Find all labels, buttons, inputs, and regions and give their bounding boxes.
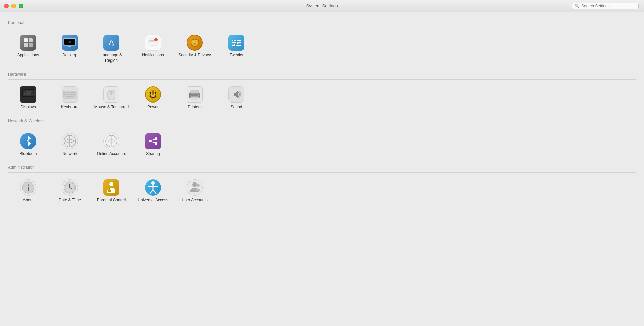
sharing-label: Sharing: [146, 151, 160, 157]
item-tweaks[interactable]: Tweaks: [216, 31, 256, 67]
online-accounts-icon: [103, 133, 119, 149]
security-privacy-icon: 🔒: [187, 35, 203, 51]
search-box[interactable]: 🔍: [572, 3, 639, 9]
svg-point-62: [155, 142, 157, 145]
svg-rect-35: [67, 92, 69, 93]
applications-label: Applications: [17, 53, 39, 58]
notifications-icon: [145, 35, 161, 51]
tweaks-label: Tweaks: [230, 53, 243, 58]
svg-rect-38: [64, 94, 66, 95]
item-user-accounts[interactable]: User Accounts: [175, 175, 215, 206]
svg-rect-30: [26, 91, 31, 95]
item-desktop[interactable]: ⊞ Desktop: [50, 31, 90, 67]
svg-rect-1: [29, 38, 33, 42]
svg-rect-50: [191, 97, 198, 98]
item-printers[interactable]: Printers: [175, 82, 215, 113]
svg-marker-53: [234, 91, 238, 98]
parental-control-label: Parental Control: [97, 198, 126, 203]
item-security-privacy[interactable]: 🔒 Security & Privacy: [175, 31, 215, 67]
network-icon: [62, 133, 78, 149]
user-accounts-icon: [187, 179, 203, 196]
svg-rect-0: [24, 38, 28, 42]
svg-point-52: [198, 94, 199, 96]
section-label-network: Network & Wireless: [8, 116, 636, 125]
window-title: System Settings: [306, 3, 338, 8]
bluetooth-icon: [20, 133, 36, 149]
item-notifications[interactable]: Notifications: [133, 31, 173, 67]
svg-rect-39: [67, 94, 69, 95]
hardware-grid: Displays: [8, 82, 636, 116]
svg-point-22: [234, 39, 236, 42]
date-time-icon: [62, 179, 78, 196]
about-icon: i: [20, 179, 36, 196]
section-divider-network: [8, 126, 636, 126]
power-label: Power: [147, 105, 159, 110]
item-bluetooth[interactable]: Bluetooth: [8, 129, 48, 160]
power-icon: [145, 86, 161, 103]
language-region-icon: A a: [103, 35, 119, 51]
svg-rect-34: [64, 92, 66, 93]
svg-rect-3: [29, 43, 33, 47]
svg-rect-51: [191, 99, 196, 99]
section-divider-hardware: [8, 79, 636, 80]
search-icon: 🔍: [575, 4, 580, 8]
tweaks-icon: [228, 35, 244, 51]
item-parental-control[interactable]: Parental Control: [91, 175, 132, 206]
section-label-personal: Personal: [8, 17, 636, 26]
printers-label: Printers: [188, 105, 201, 110]
item-sharing[interactable]: Sharing: [133, 129, 173, 160]
item-language-region[interactable]: A a Language & Region: [91, 31, 132, 67]
svg-rect-48: [191, 90, 199, 93]
about-label: About: [23, 198, 33, 203]
svg-point-68: [28, 185, 29, 186]
svg-rect-15: [149, 43, 154, 43]
network-grid: Bluetooth Network: [8, 129, 636, 163]
svg-rect-14: [149, 41, 155, 42]
svg-text:🔒: 🔒: [192, 40, 197, 45]
item-power[interactable]: Power: [133, 82, 173, 113]
search-input[interactable]: [581, 4, 636, 8]
maximize-button[interactable]: [19, 4, 23, 8]
bluetooth-label: Bluetooth: [20, 151, 37, 157]
universal-access-icon: [145, 179, 161, 196]
svg-line-63: [151, 139, 155, 140]
item-keyboard[interactable]: Keyboard: [50, 82, 90, 113]
svg-point-23: [236, 42, 239, 44]
svg-point-74: [109, 182, 113, 186]
administration-grid: i About: [8, 175, 636, 209]
security-privacy-label: Security & Privacy: [178, 53, 211, 58]
svg-rect-7: [67, 47, 73, 47]
svg-point-81: [192, 182, 197, 187]
sound-label: Sound: [231, 105, 242, 110]
titlebar-buttons: [4, 4, 23, 8]
svg-line-79: [150, 190, 153, 193]
item-applications[interactable]: Applications: [8, 31, 48, 67]
item-mouse-touchpad[interactable]: Mouse & Touchpad: [91, 82, 132, 113]
item-date-time[interactable]: Date & Time: [50, 175, 90, 206]
svg-point-82: [196, 184, 200, 187]
minimize-button[interactable]: [11, 4, 16, 8]
svg-rect-6: [68, 46, 71, 47]
item-network[interactable]: Network: [50, 129, 90, 160]
svg-text:a: a: [112, 42, 115, 47]
applications-icon: [20, 35, 36, 51]
item-sound[interactable]: Sound: [216, 82, 256, 113]
main-content: Personal Applications: [0, 12, 644, 326]
displays-icon: [20, 86, 36, 103]
titlebar: System Settings 🔍: [0, 0, 644, 12]
svg-rect-36: [70, 92, 72, 93]
svg-rect-45: [110, 91, 112, 95]
svg-line-80: [153, 190, 156, 193]
printers-icon: [187, 86, 203, 103]
desktop-label: Desktop: [62, 53, 77, 58]
item-displays[interactable]: Displays: [8, 82, 48, 113]
item-universal-access[interactable]: Universal Access: [133, 175, 173, 206]
item-online-accounts[interactable]: Online Accounts: [91, 129, 132, 160]
svg-rect-41: [72, 94, 75, 95]
desktop-icon: ⊞: [62, 35, 78, 51]
svg-point-16: [154, 38, 158, 41]
mouse-touchpad-label: Mouse & Touchpad: [94, 105, 129, 110]
close-button[interactable]: [4, 4, 9, 8]
keyboard-icon: [62, 86, 78, 103]
item-about[interactable]: i About: [8, 175, 48, 206]
